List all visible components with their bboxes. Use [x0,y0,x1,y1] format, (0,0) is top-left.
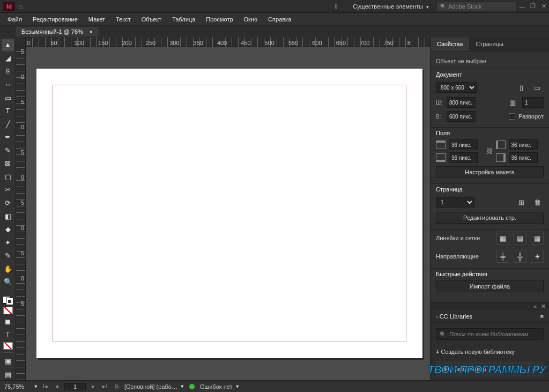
preflight-status-icon[interactable] [189,384,195,389]
orientation-portrait-icon[interactable]: ▯ [515,81,528,94]
type-tool-icon[interactable]: T [2,105,14,117]
formatting-container-icon[interactable]: ◼ [2,316,14,328]
height-input[interactable] [447,111,476,122]
content-collector-icon[interactable]: ▭ [2,92,14,103]
gradient-feather-tool-icon[interactable]: ◆ [2,224,14,235]
margin-bottom-input[interactable] [449,152,478,163]
formatting-text-icon[interactable]: T [2,329,14,341]
vertical-ruler[interactable]: 50505050505 [16,47,26,380]
fill-stroke-swatch[interactable] [3,296,13,306]
selection-tool-icon[interactable]: ▲ [2,39,14,51]
menu-view[interactable]: Просмотр [201,13,238,26]
delete-page-icon[interactable]: 🗑 [531,196,544,209]
prev-page-icon[interactable]: ◂ [53,383,61,390]
first-page-icon[interactable]: I◂ [41,383,49,390]
gradient-swatch-tool-icon[interactable]: ◧ [2,210,14,222]
open-doc-icon[interactable]: ⎘ [113,383,121,390]
no-selection-label: Объект не выбран [436,58,544,64]
menu-file[interactable]: Файл [2,13,27,26]
width-input[interactable] [447,97,476,108]
tool-divider [3,352,13,353]
margin-left-input[interactable] [509,139,538,150]
menu-layout[interactable]: Макет [83,13,110,26]
menu-text[interactable]: Текст [110,13,136,26]
rulers-icon[interactable]: ▦ [496,232,509,245]
panel-menu-icon[interactable]: ≡ [540,313,544,320]
tab-pages[interactable]: Страницы [469,38,510,51]
page-number-field[interactable]: 1 [64,383,86,390]
guides-label: Направляющие [436,253,493,260]
document-grid-icon[interactable]: ▦ [531,232,544,245]
tab-properties[interactable]: Свойства [431,38,469,51]
horizontal-ruler[interactable]: 0501001502002503003504004505005506006507… [26,38,430,47]
apply-none-icon[interactable] [3,342,13,350]
menu-table[interactable]: Таблица [167,13,201,26]
link-margins-icon[interactable]: ⛓ [486,147,494,155]
page-tool-icon[interactable]: ⎘ [2,65,14,77]
share-icon[interactable]: ⇧ [327,3,345,10]
screen-mode-icon[interactable]: ▣ [2,356,14,367]
margin-top-input[interactable] [449,139,478,150]
adobe-stock-search-input[interactable]: Adobe Stock [436,2,517,11]
zoom-tool-icon[interactable]: 🔍 [2,276,14,288]
smart-guides-icon[interactable]: ✦ [531,250,544,263]
rectangle-tool-icon[interactable]: ▢ [2,171,14,183]
home-icon[interactable]: ⌂ [18,2,23,11]
preflight-dropdown-icon[interactable]: ▾ [236,383,239,390]
next-page-icon[interactable]: ▸ [89,383,98,390]
page-preset-select[interactable]: 800 x 600 [436,82,477,93]
orientation-landscape-icon[interactable]: ▭ [531,81,544,94]
eyedropper-tool-icon[interactable]: ✎ [2,250,14,262]
line-tool-icon[interactable]: ╱ [2,118,14,130]
free-transform-tool-icon[interactable]: ⟳ [2,197,14,209]
direct-selection-tool-icon[interactable]: ◢ [2,53,14,64]
document-tab[interactable]: Безымянный-1 @ 76% ✕ [16,27,99,36]
library-item[interactable]: Моя библиотека [436,361,544,376]
minimize-icon[interactable]: — [517,3,528,10]
restore-icon[interactable]: ❐ [528,3,538,10]
workspace-switcher[interactable]: Существенные элементы [345,3,436,10]
menu-window[interactable]: Окно [239,13,263,26]
view-options-icon[interactable]: ▤ [2,369,14,381]
page-number-select[interactable]: 1 [436,197,474,208]
preflight-label: Ошибок нет [200,383,233,390]
gap-tool-icon[interactable]: ↔ [2,79,14,91]
hand-tool-icon[interactable]: ✋ [2,263,14,275]
section-document: Документ [436,71,544,78]
scissors-tool-icon[interactable]: ✂ [2,184,14,196]
margin-right-input[interactable] [509,152,538,163]
pencil-tool-icon[interactable]: ✎ [2,145,14,157]
collapse-panel-icon[interactable]: « [533,303,537,309]
close-icon[interactable]: ✕ [538,3,549,10]
note-tool-icon[interactable]: ✦ [2,236,14,248]
new-page-icon[interactable]: ⊞ [515,196,528,209]
master-dropdown-icon[interactable]: ▾ [181,383,184,390]
library-search-input[interactable]: Поиск по всем библиотекам [436,328,544,340]
cc-libraries-header[interactable]: CC Libraries ≡ [431,310,549,323]
layout-setup-button[interactable]: Настройка макета [436,166,544,178]
last-page-icon[interactable]: ▸I [101,383,109,390]
baseline-grid-icon[interactable]: ▤ [514,232,526,245]
master-page-label[interactable]: [Основной] (рабо… [124,383,177,390]
rectangle-frame-tool-icon[interactable]: ⊠ [2,158,14,169]
pages-count-input[interactable] [522,97,544,108]
page-canvas[interactable] [36,69,422,358]
edit-page-button[interactable]: Редактировать стр. [436,212,544,224]
zoom-dropdown-icon[interactable]: ▾ [34,383,38,390]
menu-help[interactable]: Справка [263,13,296,26]
default-fill-stroke-icon[interactable] [3,307,13,314]
create-library-button[interactable]: Создать новую библиотеку [431,345,549,358]
zoom-level[interactable]: 75,75% [4,383,31,390]
menu-object[interactable]: Объект [136,13,167,26]
cc-libraries-panel: « ✕ CC Libraries ≡ Поиск по всем библиот… [431,302,549,380]
close-tab-icon[interactable]: ✕ [89,29,93,35]
pen-tool-icon[interactable]: ✒ [2,131,14,143]
close-panel-icon[interactable]: ✕ [541,303,546,310]
show-guides-icon[interactable]: ╪ [496,250,509,263]
ruler-origin[interactable] [16,38,26,47]
import-file-button[interactable]: Импорт файла [436,280,544,292]
menu-edit[interactable]: Редактирование [27,13,83,26]
facing-pages-checkbox[interactable] [509,113,515,120]
pasteboard[interactable] [26,47,430,380]
lock-guides-icon[interactable]: ╬ [514,250,526,263]
